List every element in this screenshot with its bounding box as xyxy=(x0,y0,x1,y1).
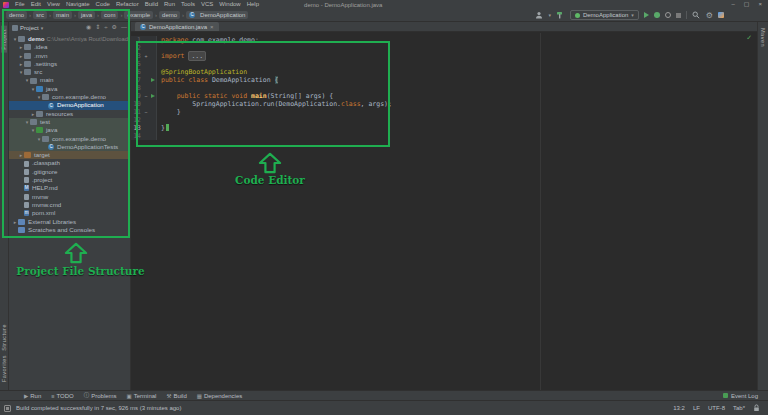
breadcrumb-item[interactable]: com xyxy=(101,11,118,19)
code-line[interactable]: 3+import ... xyxy=(131,52,757,60)
tool-windows-toggle-icon[interactable] xyxy=(4,405,11,412)
menu-vcs[interactable]: VCS xyxy=(198,0,216,9)
code-line[interactable]: 8 xyxy=(131,84,757,92)
tree-item--settings[interactable]: ▸.settings xyxy=(9,60,130,68)
breadcrumb-item[interactable]: main xyxy=(53,11,72,19)
tree-item-java[interactable]: ▾java xyxy=(9,85,130,93)
tree-item-src[interactable]: ▾src xyxy=(9,68,130,76)
tree-item-mvnw-cmd[interactable]: mvnw.cmd xyxy=(9,201,130,209)
code-line[interactable]: 1package com.example.demo; xyxy=(131,36,757,44)
caret-position[interactable]: 13:2 xyxy=(673,405,685,411)
tree-item-mvnw[interactable]: mvnw xyxy=(9,193,130,201)
tool-tab-dependencies[interactable]: ▦Dependencies xyxy=(197,392,243,399)
build-hammer-icon[interactable] xyxy=(556,11,565,20)
tree-item-demo[interactable]: ▾demo C:\Users\Amiya Rout\Downloads\demo xyxy=(9,35,130,43)
tree-item--mvn[interactable]: ▸.mvn xyxy=(9,52,130,60)
menu-run[interactable]: Run xyxy=(161,0,178,9)
tree-item-resources[interactable]: ▸resources xyxy=(9,110,130,118)
code-line[interactable]: 6@SpringBootApplication xyxy=(131,68,757,76)
settings-icon[interactable]: ⚙ xyxy=(112,22,117,33)
run-gutter-icon[interactable] xyxy=(149,92,157,100)
coverage-button[interactable] xyxy=(665,12,671,18)
tool-stripe-maven[interactable]: Maven xyxy=(760,28,766,47)
encoding-widget[interactable]: UTF-8 xyxy=(708,405,725,411)
code-line[interactable]: 9− public static void main(String[] args… xyxy=(131,92,757,100)
tree-item-java[interactable]: ▾java xyxy=(9,126,130,134)
breadcrumb-item[interactable]: example xyxy=(124,11,153,19)
breadcrumb-item[interactable]: demo xyxy=(6,11,27,19)
maximize-button[interactable]: ▢ xyxy=(744,0,750,9)
tree-item-external-libraries[interactable]: ▸External Libraries xyxy=(9,218,130,226)
code-line[interactable]: 10 SpringApplication.run(DemoApplication… xyxy=(131,100,757,108)
menu-file[interactable]: File xyxy=(12,0,28,9)
tree-item-com-example-demo[interactable]: ▾com.example.demo xyxy=(9,135,130,143)
tool-stripe-structure[interactable]: Structure xyxy=(1,324,7,351)
close-tab-icon[interactable]: × xyxy=(210,24,214,30)
user-icon[interactable] xyxy=(534,11,543,20)
code-line[interactable]: 12 xyxy=(131,116,757,124)
tool-tab-problems[interactable]: ⓘProblems xyxy=(84,392,117,399)
indent-widget[interactable]: Tab* xyxy=(733,405,745,411)
minimize-button[interactable]: – xyxy=(731,0,734,9)
code-line[interactable]: 2 xyxy=(131,44,757,52)
close-button[interactable]: × xyxy=(758,0,762,9)
menu-view[interactable]: View xyxy=(44,0,63,9)
run-button[interactable] xyxy=(644,12,649,18)
tree-item-target[interactable]: ▸target xyxy=(9,151,130,159)
menu-navigate[interactable]: Navigate xyxy=(63,0,93,9)
tree-item--idea[interactable]: ▸.idea xyxy=(9,43,130,51)
tree-item-help-md[interactable]: MHELP.md xyxy=(9,184,130,192)
plugins-icon[interactable] xyxy=(718,12,724,18)
settings-gear-icon[interactable]: ⚙ xyxy=(706,11,713,20)
tree-item--classpath[interactable]: .classpath xyxy=(9,159,130,167)
line-ending-widget[interactable]: LF xyxy=(693,405,700,411)
tree-item-demoapplication[interactable]: CDemoApplication xyxy=(9,101,130,109)
run-configuration-select[interactable]: DemoApplication ▾ xyxy=(570,10,639,20)
tool-stripe-project[interactable]: Project xyxy=(1,26,7,53)
chevron-down-icon[interactable]: ▾ xyxy=(548,12,551,18)
expand-icon[interactable]: ⇕ xyxy=(95,22,100,33)
code-line[interactable]: 11− } xyxy=(131,108,757,116)
project-view-selector[interactable]: Project ▾ xyxy=(12,25,43,31)
stop-button[interactable] xyxy=(676,13,681,18)
breadcrumb-item[interactable]: src xyxy=(33,11,47,19)
menu-code[interactable]: Code xyxy=(93,0,113,9)
debug-button[interactable] xyxy=(654,12,660,18)
hide-icon[interactable]: — xyxy=(121,22,127,33)
tree-item--gitignore[interactable]: .gitignore xyxy=(9,168,130,176)
menu-tools[interactable]: Tools xyxy=(178,0,198,9)
tool-tab-build[interactable]: ⚒Build xyxy=(166,392,186,399)
menu-edit[interactable]: Edit xyxy=(28,0,44,9)
code-line[interactable]: 5 xyxy=(131,60,757,68)
menu-help[interactable]: Help xyxy=(244,0,262,9)
menu-build[interactable]: Build xyxy=(142,0,161,9)
lock-icon[interactable] xyxy=(753,404,760,412)
tool-tab-todo[interactable]: ≡TODO xyxy=(51,392,73,399)
tree-item--project[interactable]: .project xyxy=(9,176,130,184)
editor-tab[interactable]: C DemoApplication.java × xyxy=(135,22,219,31)
code-line[interactable]: 7public class DemoApplication { xyxy=(131,76,757,84)
tree-item-demoapplicationtests[interactable]: CDemoApplicationTests xyxy=(9,143,130,151)
code-line[interactable]: 13} xyxy=(131,124,757,132)
tree-item-com-example-demo[interactable]: ▾com.example.demo xyxy=(9,93,130,101)
breadcrumb-item[interactable]: CDemoApplication xyxy=(186,11,248,19)
breadcrumb-item[interactable]: java xyxy=(78,11,95,19)
tree-item-main[interactable]: ▾main xyxy=(9,76,130,84)
run-gutter-icon[interactable] xyxy=(149,76,157,84)
tool-tab-run[interactable]: ▶Run xyxy=(24,392,41,399)
tool-stripe-favorites[interactable]: Favorites xyxy=(1,355,7,382)
tree-item-test[interactable]: ▾test xyxy=(9,118,130,126)
menu-refactor[interactable]: Refactor xyxy=(113,0,142,9)
breadcrumb-item[interactable]: demo xyxy=(159,11,180,19)
collapse-icon[interactable]: ÷ xyxy=(104,22,107,33)
menu-window[interactable]: Window xyxy=(216,0,243,9)
locate-icon[interactable]: ◉ xyxy=(86,22,91,33)
tool-tab-terminal[interactable]: ▣Terminal xyxy=(127,392,157,399)
tree-item-pom-xml[interactable]: mpom.xml xyxy=(9,209,130,217)
code-line[interactable]: 14 xyxy=(131,132,757,140)
status-message[interactable]: Build completed successfully in 7 sec, 9… xyxy=(16,405,181,411)
code-area[interactable]: 1package com.example.demo;23+import ...5… xyxy=(131,36,757,140)
tree-item-scratches-and-consoles[interactable]: Scratches and Consoles xyxy=(9,226,130,234)
search-icon[interactable] xyxy=(692,11,701,20)
tool-tab-event-log[interactable]: Event Log xyxy=(723,393,768,399)
